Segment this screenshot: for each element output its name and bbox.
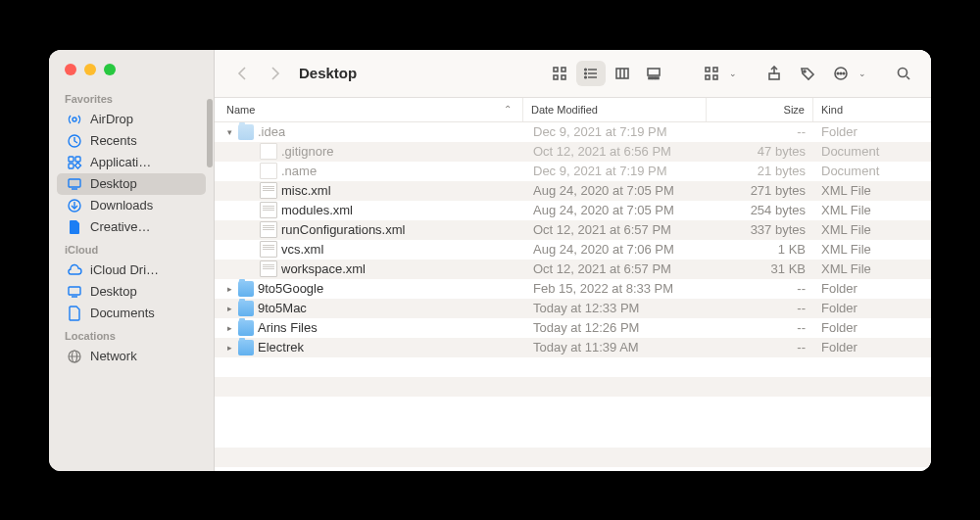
disclosure-triangle[interactable]: ▸ [224,343,234,353]
disclosure-triangle[interactable]: ▸ [224,323,234,333]
main-area: Desktop ⌄ [215,50,931,471]
desktop-icon [67,284,82,300]
view-gallery-button[interactable] [639,61,668,86]
sort-ascending-icon: ⌃ [501,104,514,115]
sidebar-item-label: Creative… [90,219,150,234]
svg-rect-16 [554,75,558,79]
empty-row [215,416,931,428]
sidebar-scrollbar[interactable] [207,99,213,167]
file-kind: Folder [813,301,931,315]
xml-file-icon [260,260,277,277]
file-name: .idea [258,124,285,139]
sidebar-item-creative[interactable]: Creative… [57,216,206,238]
file-row[interactable]: .nameDec 9, 2021 at 7:19 PM21 bytesDocum… [215,162,931,181]
sidebar-item-airdrop[interactable]: AirDrop [57,109,206,130]
file-size: 271 bytes [708,183,813,198]
file-date: Today at 12:33 PM [525,301,708,315]
file-name: vcs.xml [281,242,323,257]
share-button[interactable] [760,61,788,86]
disclosure-triangle[interactable]: ▸ [224,284,234,294]
file-list[interactable]: ▾.ideaDec 9, 2021 at 7:19 PM--Folder.git… [215,122,931,471]
column-size[interactable]: Size [707,98,813,121]
file-size: 337 bytes [708,222,813,237]
file-row[interactable]: runConfigurations.xmlOct 12, 2021 at 6:5… [215,220,931,240]
sidebar-item-applications[interactable]: Applicati… [57,152,206,173]
sidebar-item-downloads[interactable]: Downloads [57,195,206,216]
sidebar-item-icloud-drive[interactable]: iCloud Dri… [57,260,206,281]
sidebar-item-network[interactable]: Network [57,346,206,367]
close-button[interactable] [65,64,76,75]
sidebar-item-recents[interactable]: Recents [57,130,206,152]
column-kind[interactable]: Kind [813,98,931,121]
file-date: Aug 24, 2020 at 7:06 PM [525,242,708,257]
nav-forward-button[interactable] [262,61,289,86]
empty-row [215,377,931,397]
disclosure-triangle[interactable]: ▾ [224,127,234,137]
tags-button[interactable] [794,61,821,86]
file-kind: XML File [813,261,931,276]
file-date: Dec 9, 2021 at 7:19 PM [525,124,708,139]
file-size: -- [708,281,813,296]
file-row[interactable]: ▾.ideaDec 9, 2021 at 7:19 PM--Folder [215,122,931,142]
file-name: runConfigurations.xml [281,222,405,237]
file-size: 254 bytes [708,203,813,217]
view-columns-button[interactable] [608,61,637,86]
sidebar-item-label: Applicati… [90,155,151,169]
file-row[interactable]: ▸Arins FilesToday at 12:26 PM--Folder [215,318,931,338]
svg-rect-27 [648,69,660,75]
sidebar-item-label: Downloads [90,198,153,213]
globe-icon [67,349,82,364]
file-name: 9to5Google [258,281,323,296]
file-size: 1 KB [708,242,813,257]
file-row[interactable]: ▸ElectrekToday at 11:39 AM--Folder [215,338,931,357]
toolbar: Desktop ⌄ [215,50,931,98]
file-kind: XML File [813,242,931,257]
search-button[interactable] [890,61,917,86]
file-date: Feb 15, 2022 at 8:33 PM [525,281,708,296]
file-kind: XML File [813,222,931,237]
sidebar-item-desktop[interactable]: Desktop [57,173,206,195]
sidebar-section-title: Favorites [49,87,214,109]
view-icons-button[interactable] [545,61,574,86]
svg-rect-9 [69,287,80,295]
sidebar-section-title: iCloud [49,238,214,260]
svg-point-22 [585,72,587,74]
file-row[interactable]: .gitignoreOct 12, 2021 at 6:56 PM47 byte… [215,142,931,162]
minimize-button[interactable] [84,64,96,75]
xml-file-icon [260,241,277,258]
file-row[interactable]: modules.xmlAug 24, 2020 at 7:05 PM254 by… [215,201,931,220]
nav-back-button[interactable] [228,61,256,86]
svg-rect-17 [562,75,565,79]
svg-rect-29 [653,77,656,79]
group-by-button[interactable] [698,61,725,86]
docoutline-icon [67,306,82,321]
file-kind: Document [813,164,931,178]
file-kind: XML File [813,183,931,198]
svg-point-21 [585,69,587,71]
xml-file-icon [260,202,277,218]
action-menu-button[interactable] [827,61,855,86]
file-row[interactable]: ▸9to5GoogleFeb 15, 2022 at 8:33 PM--Fold… [215,279,931,299]
view-list-button[interactable] [576,61,606,86]
svg-point-39 [840,72,842,74]
svg-rect-28 [649,77,652,79]
svg-rect-31 [706,68,710,71]
file-row[interactable]: vcs.xmlAug 24, 2020 at 7:06 PM1 KBXML Fi… [215,240,931,260]
file-row[interactable]: misc.xmlAug 24, 2020 at 7:05 PM271 bytes… [215,181,931,201]
file-date: Dec 9, 2021 at 7:19 PM [525,164,708,178]
apps-icon [67,155,82,170]
svg-rect-24 [616,69,628,78]
column-date[interactable]: Date Modified [523,98,707,121]
disclosure-triangle[interactable]: ▸ [224,304,234,313]
sidebar-item-label: iCloud Dri… [90,262,159,277]
file-row[interactable]: ▸9to5MacToday at 12:33 PM--Folder [215,299,931,318]
column-name[interactable]: Name ⌃ [215,98,523,121]
file-row[interactable]: workspace.xmlOct 12, 2021 at 6:57 PM31 K… [215,260,931,279]
sidebar-item-icloud-desktop[interactable]: Desktop [57,281,206,303]
sidebar-item-icloud-documents[interactable]: Documents [57,303,206,324]
file-name: workspace.xml [281,261,366,276]
file-name: Electrek [258,340,304,355]
zoom-button[interactable] [104,64,116,75]
file-date: Oct 12, 2021 at 6:57 PM [525,261,708,276]
svg-rect-2 [69,157,74,162]
